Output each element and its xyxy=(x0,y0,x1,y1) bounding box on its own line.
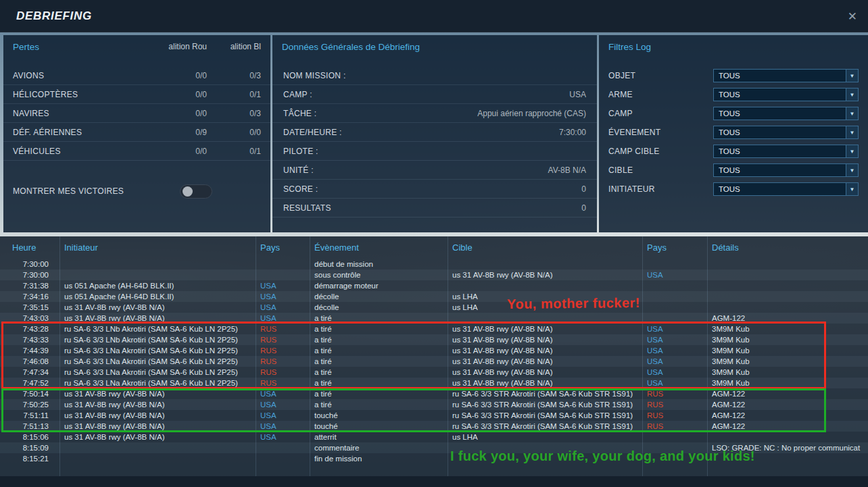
log-time: 7:43:28 xyxy=(0,324,59,334)
log-initiator-country: USA xyxy=(256,291,310,302)
dropdown-arrow-button[interactable]: ▼ xyxy=(846,126,858,138)
log-time: 7:31:38 xyxy=(0,280,59,291)
log-target-country: RUS xyxy=(642,399,707,410)
log-table-header: HeureInitiateurPaysÉvènementCiblePaysDét… xyxy=(0,236,868,259)
dropdown-arrow-button[interactable]: ▼ xyxy=(846,183,858,195)
loss-category-label: VÉHICULES xyxy=(13,147,162,156)
log-row[interactable]: 7:51:13us 31 AV-8B rwy (AV-8B N/A)USAtou… xyxy=(0,421,868,432)
log-target xyxy=(448,313,642,324)
log-target: us 31 AV-8B rwy (AV-8B N/A) xyxy=(448,324,642,334)
log-target-country xyxy=(642,259,707,270)
log-initiator: us 31 AV-8B rwy (AV-8B N/A) xyxy=(59,388,256,399)
filter-rows: OBJETTOUS▼ARMETOUS▼CAMPTOUS▼ÉVENEMENTTOU… xyxy=(599,66,868,199)
log-time: 7:30:00 xyxy=(0,270,59,280)
log-event: commentaire xyxy=(310,442,448,453)
log-target-country: RUS xyxy=(642,421,707,432)
col-details: Détails xyxy=(707,236,868,259)
log-row[interactable]: 7:47:52ru SA-6 3/3 LNa Akrotiri (SAM SA-… xyxy=(0,378,868,388)
loss-blue-value: 0/0 xyxy=(207,128,261,137)
log-row[interactable]: 7:43:33ru SA-6 3/3 LNb Akrotiri (SAM SA-… xyxy=(0,334,868,345)
log-initiator-country: USA xyxy=(256,399,310,410)
log-details: AGM-122 xyxy=(707,313,868,324)
general-title: Données Générales de Débriefing xyxy=(282,42,587,52)
general-data-panel: Données Générales de Débriefing NOM MISS… xyxy=(272,35,597,232)
log-event: a tiré xyxy=(310,313,448,324)
log-target: us LHA xyxy=(448,302,642,313)
loss-row: AVIONS0/00/3 xyxy=(3,66,270,85)
dropdown-arrow-button[interactable]: ▼ xyxy=(846,70,858,82)
loss-red-value: 0/0 xyxy=(162,147,207,156)
log-details: 3M9M Kub xyxy=(707,367,868,378)
log-row[interactable]: 7:43:28ru SA-6 3/3 LNb Akrotiri (SAM SA-… xyxy=(0,324,868,334)
log-time: 7:43:33 xyxy=(0,334,59,345)
log-row[interactable]: 7:47:34ru SA-6 3/3 LNa Akrotiri (SAM SA-… xyxy=(0,367,868,378)
chevron-down-icon: ▼ xyxy=(850,168,855,174)
log-row[interactable]: 7:46:08ru SA-6 3/3 LNa Akrotiri (SAM SA-… xyxy=(0,356,868,367)
log-row[interactable]: 7:35:15us 31 AV-8B rwy (AV-8B N/A)USAdéc… xyxy=(0,302,868,313)
filter-dropdown[interactable]: TOUS▼ xyxy=(713,88,859,101)
dropdown-arrow-button[interactable]: ▼ xyxy=(846,164,858,176)
log-initiator: us 051 Apache (AH-64D BLK.II) xyxy=(59,291,256,302)
log-details xyxy=(707,259,868,270)
log-row[interactable]: 8:15:09commentaireLSO: GRADE: NC : No pr… xyxy=(0,442,868,453)
log-row[interactable]: 7:51:11us 31 AV-8B rwy (AV-8B N/A)USAtou… xyxy=(0,410,868,421)
log-initiator: us 31 AV-8B rwy (AV-8B N/A) xyxy=(59,421,256,432)
chevron-down-icon: ▼ xyxy=(850,111,855,117)
log-row[interactable]: 7:44:39ru SA-6 3/3 LNa Akrotiri (SAM SA-… xyxy=(0,345,868,356)
log-initiator-country xyxy=(256,453,310,464)
dropdown-arrow-button[interactable]: ▼ xyxy=(846,107,858,120)
log-row[interactable]: 8:15:21fin de mission xyxy=(0,453,868,464)
filter-row: CAMPTOUS▼ xyxy=(599,104,868,123)
log-event: démarrage moteur xyxy=(310,280,448,291)
log-target-country: USA xyxy=(642,324,707,334)
log-target-country xyxy=(642,442,707,453)
filter-dropdown[interactable]: TOUS▼ xyxy=(713,107,859,120)
col-pays: Pays xyxy=(256,236,310,259)
filter-dropdown[interactable]: TOUS▼ xyxy=(713,182,859,196)
log-target-country: USA xyxy=(642,345,707,356)
log-event: a tiré xyxy=(310,378,448,388)
log-time: 7:46:08 xyxy=(0,356,59,367)
show-my-victories-toggle[interactable] xyxy=(180,184,212,199)
log-row[interactable]: 7:43:03us 31 AV-8B rwy (AV-8B N/A)USAa t… xyxy=(0,313,868,324)
log-initiator-country: USA xyxy=(256,410,310,421)
log-initiator-country: RUS xyxy=(256,345,310,356)
dropdown-selected-value: TOUS xyxy=(714,88,846,101)
log-time: 7:34:16 xyxy=(0,291,59,302)
close-icon[interactable]: ✕ xyxy=(848,9,857,23)
log-target-country xyxy=(642,453,707,464)
log-event: a tiré xyxy=(310,399,448,410)
general-field-label: CAMP : xyxy=(283,90,312,99)
dropdown-arrow-button[interactable]: ▼ xyxy=(846,88,858,101)
general-field-row: SCORE :0 xyxy=(272,180,597,199)
filter-dropdown[interactable]: TOUS▼ xyxy=(713,69,859,82)
general-field-value: 0 xyxy=(318,184,586,194)
log-time: 8:15:21 xyxy=(0,453,59,464)
log-initiator: us 31 AV-8B rwy (AV-8B N/A) xyxy=(59,399,256,410)
log-row[interactable]: 7:50:25us 31 AV-8B rwy (AV-8B N/A)USAa t… xyxy=(0,399,868,410)
log-target: us 31 AV-8B rwy (AV-8B N/A) xyxy=(448,356,642,367)
dropdown-arrow-button[interactable]: ▼ xyxy=(846,145,858,157)
filter-label: INITIATEUR xyxy=(608,184,713,194)
filter-dropdown[interactable]: TOUS▼ xyxy=(713,126,859,139)
log-row[interactable]: 7:30:00début de mission xyxy=(0,259,868,270)
log-details: 3M9M Kub xyxy=(707,324,868,334)
log-row[interactable]: 7:30:00sous contrôleus 31 AV-8B rwy (AV-… xyxy=(0,270,868,280)
log-row[interactable]: 8:15:06us 31 AV-8B rwy (AV-8B N/A)USAatt… xyxy=(0,432,868,442)
log-row[interactable]: 7:34:16us 051 Apache (AH-64D BLK.II)USAd… xyxy=(0,291,868,302)
loss-row: HÉLICOPTÈRES0/00/1 xyxy=(3,85,270,104)
log-initiator: ru SA-6 3/3 LNa Akrotiri (SAM SA-6 Kub L… xyxy=(59,345,256,356)
filter-dropdown[interactable]: TOUS▼ xyxy=(713,163,859,177)
general-field-row: UNITÉ :AV-8B N/A xyxy=(272,161,597,180)
log-row[interactable]: 7:31:38us 051 Apache (AH-64D BLK.II)USAd… xyxy=(0,280,868,291)
log-event: sous contrôle xyxy=(310,270,448,280)
col-heure: Heure xyxy=(0,236,59,259)
dropdown-selected-value: TOUS xyxy=(714,183,846,195)
log-details: 3M9M Kub xyxy=(707,378,868,388)
log-target: us 31 AV-8B rwy (AV-8B N/A) xyxy=(448,345,642,356)
log-event: fin de mission xyxy=(310,453,448,464)
filter-row: CIBLETOUS▼ xyxy=(599,161,868,180)
log-row[interactable]: 7:50:14us 31 AV-8B rwy (AV-8B N/A)USAa t… xyxy=(0,388,868,399)
filter-dropdown[interactable]: TOUS▼ xyxy=(713,145,859,158)
col-pays-cible: Pays xyxy=(642,236,707,259)
